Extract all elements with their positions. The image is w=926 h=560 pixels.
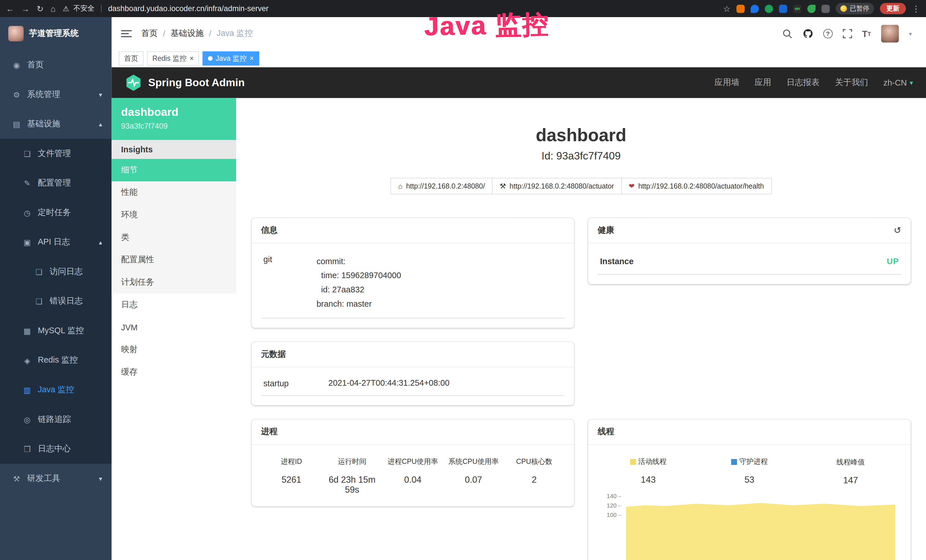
navbar-actions: ? TT ▾ xyxy=(782,25,917,42)
sba-item-classes[interactable]: 类 xyxy=(112,226,236,249)
sba-item-environment[interactable]: 环境 xyxy=(112,204,236,226)
tag-java-monitor[interactable]: Java 监控 × xyxy=(203,51,259,66)
stat-value: 0.07 xyxy=(443,474,504,484)
close-icon[interactable]: × xyxy=(250,55,254,62)
sidebar-item-trace[interactable]: ◎ 链路追踪 xyxy=(0,404,112,434)
info-value-line: id: 27aa832 xyxy=(316,282,562,297)
sba-brand[interactable]: Spring Boot Admin xyxy=(125,74,245,92)
instance-links: ⌂ http://192.168.0.2:48080/ ⚒ http://192… xyxy=(236,178,926,194)
legend-peak-threads: 线程峰值 147 xyxy=(800,457,901,485)
close-icon[interactable]: × xyxy=(190,55,194,62)
sidebar-toggle-icon[interactable] xyxy=(121,30,132,37)
legend-value: 53 xyxy=(699,474,800,484)
sidebar-item-api-logs[interactable]: ▣ API 日志 ▴ xyxy=(0,227,112,257)
sidebar-item-config-mgmt[interactable]: ✎ 配置管理 xyxy=(0,168,112,198)
chevron-down-icon: ▾ xyxy=(99,91,102,98)
avatar-caret-down-icon[interactable]: ▾ xyxy=(909,30,912,37)
help-icon[interactable]: ? xyxy=(823,29,832,38)
search-icon[interactable] xyxy=(782,29,792,38)
sidebar-item-file-mgmt[interactable]: ❏ 文件管理 xyxy=(0,139,112,169)
sba-nav-journal[interactable]: 日志报表 xyxy=(787,77,820,88)
sidebar-item-redis-monitor[interactable]: ◈ Redis 监控 xyxy=(0,345,112,375)
forward-icon[interactable]: → xyxy=(21,5,30,13)
address-bar[interactable]: ⚠ 不安全 dashboard.yudao.iocoder.cn/infra/a… xyxy=(63,3,269,14)
sba-item-config-props[interactable]: 配置属性 xyxy=(112,249,236,271)
metadata-row-startup: startup 2021-04-27T00:44:31.254+08:00 xyxy=(261,372,564,396)
sba-item-jvm[interactable]: JVM xyxy=(112,316,236,339)
health-key: Instance xyxy=(600,256,634,266)
sba-item-logs[interactable]: 日志 xyxy=(112,294,236,316)
security-label: 不安全 xyxy=(73,3,95,14)
instance-link-health[interactable]: ❤ http://192.168.0.2:48080/actuator/heal… xyxy=(621,178,772,194)
sba-item-mappings[interactable]: 映射 xyxy=(112,339,236,361)
profile-paused-badge[interactable]: 已暂停 xyxy=(835,3,874,14)
sba-item-details[interactable]: 细节 xyxy=(112,159,236,182)
sidebar-item-dev-tools[interactable]: ⚒ 研发工具 ▾ xyxy=(0,464,112,493)
sba-nav-applications[interactable]: 应用 xyxy=(755,77,771,88)
sba-instance-header[interactable]: dashboard 93a3fc7f7409 xyxy=(112,98,236,140)
sidebar-item-scheduled-jobs[interactable]: ◷ 定时任务 xyxy=(0,198,112,228)
instance-link-actuator[interactable]: ⚒ http://192.168.0.2:48080/actuator xyxy=(492,178,622,194)
sba-item-performance[interactable]: 性能 xyxy=(112,182,236,204)
sba-brand-label: Spring Boot Admin xyxy=(148,76,245,89)
reload-icon[interactable]: ↻ xyxy=(36,5,43,13)
y-axis-tick: 100 xyxy=(598,512,622,518)
app-logo xyxy=(8,26,24,41)
card-title: 进程 xyxy=(261,427,277,437)
sba-item-caches[interactable]: 缓存 xyxy=(112,361,236,383)
legend-label: 守护进程 xyxy=(740,457,768,467)
breadcrumb-home[interactable]: 首页 xyxy=(141,28,158,39)
tag-redis-monitor[interactable]: Redis 监控 × xyxy=(147,51,199,66)
github-icon[interactable] xyxy=(802,28,813,39)
extensions-puzzle-icon[interactable] xyxy=(822,5,830,13)
browser-menu-icon[interactable]: ⋮ xyxy=(912,5,920,13)
metadata-value: 2021-04-27T00:44:31.254+08:00 xyxy=(328,378,562,388)
app-logo-row: 芋道管理系统 xyxy=(0,17,112,50)
sba-sidebar: dashboard 93a3fc7f7409 Insights 细节 性能 环境… xyxy=(112,98,236,560)
cards-area: 信息 git commit: time: 1596289704000 id: 2… xyxy=(236,218,926,560)
app-title: 芋道管理系统 xyxy=(29,28,79,39)
bookmark-star-icon[interactable]: ☆ xyxy=(723,5,731,13)
sba-item-scheduled-tasks[interactable]: 计划任务 xyxy=(112,271,236,294)
sba-nav-about[interactable]: 关于我们 xyxy=(835,77,868,88)
update-button[interactable]: 更新 xyxy=(880,3,906,14)
legend-swatch-yellow xyxy=(630,459,636,465)
sidebar-item-java-monitor[interactable]: ▥ Java 监控 xyxy=(0,375,112,405)
sidebar-item-log-center[interactable]: ❒ 日志中心 xyxy=(0,434,112,464)
extension-icon-orange[interactable] xyxy=(736,5,744,13)
home-icon[interactable]: ⌂ xyxy=(51,5,56,13)
sba-nav-wallboard[interactable]: 应用墙 xyxy=(714,77,739,88)
sidebar-item-error-logs[interactable]: ❏ 错误日志 xyxy=(0,286,112,316)
health-history-icon[interactable]: ↺ xyxy=(894,225,901,236)
stat-pid: 进程ID 5261 xyxy=(261,457,322,495)
java-monitor-icon: ▥ xyxy=(23,385,32,394)
mysql-icon: ▦ xyxy=(23,326,32,335)
instance-link-service[interactable]: ⌂ http://192.168.0.2:48080/ xyxy=(391,178,493,194)
card-title: 健康 xyxy=(598,225,614,236)
sidebar-item-home[interactable]: ◉ 首页 xyxy=(0,50,112,80)
font-size-icon[interactable]: TT xyxy=(862,29,871,38)
extension-icon-green-circle[interactable] xyxy=(765,5,773,13)
stat-label: CPU核心数 xyxy=(504,457,565,467)
extension-icon-on-switch[interactable]: on xyxy=(793,5,801,13)
fullscreen-icon[interactable] xyxy=(843,29,852,38)
browser-chrome: ← → ↻ ⌂ ⚠ 不安全 dashboard.yudao.iocoder.cn… xyxy=(0,0,926,17)
access-log-icon: ❏ xyxy=(34,267,44,276)
extension-icon-leaf[interactable] xyxy=(807,5,816,13)
process-card-body: 进程ID 5261 运行时间 6d 23h 15m 59s 进程CPU使用率 0… xyxy=(251,445,574,506)
back-icon[interactable]: ← xyxy=(6,5,14,13)
legend-live-threads: 活动线程 143 xyxy=(598,457,699,485)
sidebar-item-infrastructure[interactable]: ▤ 基础设施 ▴ xyxy=(0,109,112,139)
extension-icon-grid[interactable] xyxy=(779,5,787,13)
tag-home[interactable]: 首页 xyxy=(119,51,144,66)
sba-locale-select[interactable]: zh-CN ▾ xyxy=(883,78,913,87)
sidebar-item-mysql-monitor[interactable]: ▦ MySQL 监控 xyxy=(0,316,112,346)
user-avatar[interactable] xyxy=(881,25,899,42)
sidebar-item-access-logs[interactable]: ❏ 访问日志 xyxy=(0,257,112,287)
breadcrumb-infrastructure[interactable]: 基础设施 xyxy=(171,28,204,39)
sidebar-item-system-mgmt[interactable]: ⚙ 系统管理 ▾ xyxy=(0,80,112,109)
page-title: dashboard xyxy=(236,125,926,145)
extension-icon-drop[interactable] xyxy=(750,5,759,13)
sidebar-item-label: API 日志 xyxy=(38,237,70,247)
sba-nav: 应用墙 应用 日志报表 关于我们 zh-CN ▾ xyxy=(714,77,913,88)
